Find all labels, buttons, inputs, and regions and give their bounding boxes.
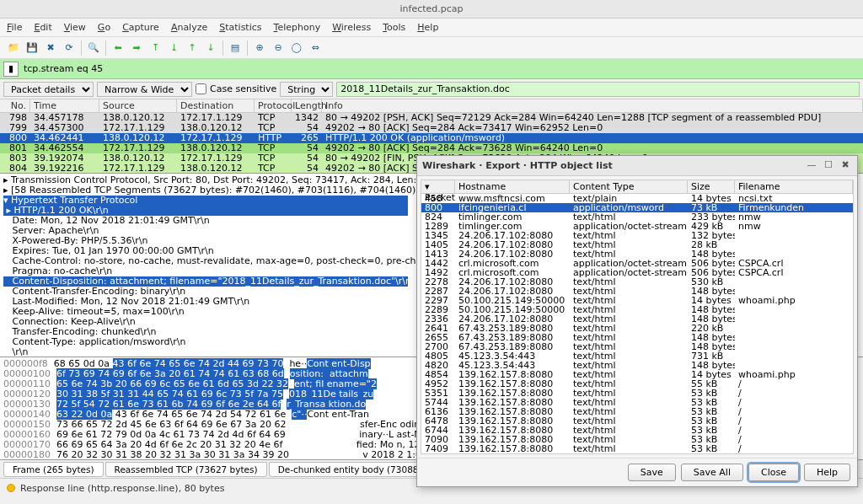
find-type-select[interactable]: String — [280, 82, 333, 97]
http-object-row[interactable]: 7409139.162.157.8:8080text/html53 kB/ — [421, 444, 853, 453]
object-column-header[interactable]: ▾ Packet — [421, 180, 455, 193]
find-input[interactable] — [336, 82, 860, 97]
close-button[interactable]: Close — [748, 464, 799, 481]
display-filter-bar: ▮ — [0, 59, 863, 79]
case-sensitive-checkbox[interactable] — [196, 83, 206, 94]
help-button[interactable]: Help — [804, 464, 850, 481]
http-object-row[interactable]: 824timlinger.comtext/html233 bytesnmw — [421, 212, 853, 222]
http-object-row[interactable]: 270067.43.253.189:8080text/html148 bytes — [421, 342, 853, 351]
http-object-row[interactable]: 7090139.162.157.8:8080text/html53 kB/ — [421, 435, 853, 444]
menu-wireless[interactable]: Wireless — [332, 22, 371, 33]
maximize-icon[interactable]: ☐ — [822, 159, 835, 173]
menu-capture[interactable]: Capture — [122, 22, 159, 33]
zoom-reset-icon[interactable]: ◯ — [288, 40, 305, 56]
status-text: Response line (http.response.line), 80 b… — [20, 483, 224, 494]
http-object-row[interactable]: 480545.123.3.54:443text/html731 kB — [421, 351, 853, 361]
http-object-row[interactable]: 228950.100.215.149:50000text/html148 byt… — [421, 305, 853, 314]
http-object-row[interactable]: 1492crl.microsoft.comapplication/octet-s… — [421, 268, 853, 277]
object-column-header[interactable]: Content Type — [570, 180, 688, 193]
http-object-row[interactable]: 141324.206.17.102:8080text/html148 bytes — [421, 249, 853, 259]
http-object-row[interactable]: 140524.206.17.102:8080text/html28 kB — [421, 240, 853, 249]
menu-analyze[interactable]: Analyze — [171, 22, 207, 33]
packet-row[interactable]: 79934.457300172.17.1.129138.0.120.12TCP5… — [0, 123, 863, 133]
resize-cols-icon[interactable]: ⇔ — [307, 40, 324, 56]
column-header[interactable]: Protocol — [255, 99, 292, 112]
menu-tools[interactable]: Tools — [383, 22, 405, 33]
zoom-out-icon[interactable]: ⊖ — [270, 40, 287, 56]
column-header[interactable]: Length — [292, 99, 322, 112]
display-filter-input[interactable] — [22, 62, 860, 76]
close-dialog-icon[interactable]: ✖ — [839, 159, 852, 173]
menu-go[interactable]: Go — [98, 22, 110, 33]
minimize-icon[interactable]: — — [805, 159, 818, 173]
find-icon[interactable]: 🔍 — [85, 40, 102, 56]
http-object-row[interactable]: 5351139.162.157.8:8080text/html53 kB/ — [421, 389, 853, 398]
menu-help[interactable]: Help — [417, 22, 438, 33]
go-up-icon[interactable]: ↑ — [184, 40, 201, 56]
object-column-header[interactable]: Filename — [735, 180, 853, 193]
close-icon[interactable]: ✖ — [42, 40, 59, 56]
packet-row[interactable]: 80034.462441138.0.120.12172.17.1.129HTTP… — [0, 133, 863, 143]
http-object-row[interactable]: 265567.43.253.189:8080text/html148 bytes — [421, 333, 853, 342]
find-bar: Packet details Narrow & Wide Case sensit… — [0, 79, 863, 99]
menu-edit[interactable]: Edit — [34, 22, 51, 33]
packet-row[interactable]: 79834.457178138.0.120.12172.17.1.129TCP1… — [0, 113, 863, 123]
dialog-title: Wireshark · Export · HTTP object list — [422, 160, 801, 171]
http-object-row[interactable]: 229750.100.215.149:50000text/html14 byte… — [421, 296, 853, 305]
autoscroll-icon[interactable]: ▤ — [227, 40, 244, 56]
case-sensitive-label: Case sensitive — [210, 83, 276, 94]
object-column-header[interactable]: Size — [688, 180, 735, 193]
zoom-in-icon[interactable]: ⊕ — [251, 40, 268, 56]
column-header[interactable]: Destination — [177, 99, 255, 112]
http-object-row[interactable]: 7716139.162.157.8:8080text/html53 kB/ — [421, 453, 853, 454]
object-column-header[interactable]: Hostname — [455, 180, 570, 193]
expert-info-icon[interactable] — [7, 484, 15, 492]
save-button[interactable]: Save — [628, 464, 676, 481]
menu-file[interactable]: File — [7, 22, 22, 33]
go-fwd-icon[interactable]: ➡ — [128, 40, 145, 56]
column-header[interactable]: Source — [99, 99, 177, 112]
save-icon[interactable]: 💾 — [24, 40, 40, 56]
menu-view[interactable]: View — [64, 22, 86, 33]
bytes-tab[interactable]: Reassembled TCP (73627 bytes) — [105, 462, 267, 477]
export-http-objects-dialog: Wireshark · Export · HTTP object list — … — [416, 155, 858, 487]
http-object-row[interactable]: 6744139.162.157.8:8080text/html53 kB/ — [421, 426, 853, 435]
go-back-icon[interactable]: ⬅ — [110, 40, 126, 56]
http-object-row[interactable]: 4854139.162.157.8:8080text/html14 bytesw… — [421, 370, 853, 379]
http-object-row[interactable]: 228724.206.17.102:8080text/html148 bytes — [421, 287, 853, 296]
http-object-row[interactable]: 4952139.162.157.8:8080text/html55 kB/ — [421, 379, 853, 389]
menubar: FileEditViewGoCaptureAnalyzeStatisticsTe… — [0, 19, 863, 37]
http-object-row[interactable]: 227824.206.17.102:8080text/html530 kB — [421, 277, 853, 287]
open-icon[interactable]: 📁 — [5, 40, 22, 56]
http-object-row[interactable]: 6136139.162.157.8:8080text/html53 kB/ — [421, 407, 853, 416]
go-last-icon[interactable]: ⤓ — [165, 40, 182, 56]
window-title: infected.pcap — [0, 0, 863, 19]
http-object-row[interactable]: 800ifcingenieria.clapplication/msword73 … — [421, 203, 853, 212]
http-object-row[interactable]: 1442crl.microsoft.comapplication/octet-s… — [421, 259, 853, 268]
reload-icon[interactable]: ⟳ — [61, 40, 78, 56]
find-scope-select[interactable]: Packet details — [3, 82, 94, 97]
go-first-icon[interactable]: ⤒ — [147, 40, 163, 56]
menu-telephony[interactable]: Telephony — [274, 22, 321, 33]
main-toolbar: 📁 💾 ✖ ⟳ 🔍 ⬅ ➡ ⤒ ⤓ ↑ ↓ ▤ ⊕ ⊖ ◯ ⇔ — [0, 37, 863, 59]
http-object-list[interactable]: ▾ PacketHostnameContent TypeSizeFilename… — [421, 180, 854, 454]
column-header[interactable]: Time — [30, 99, 99, 112]
http-object-row[interactable]: 1289timlinger.comapplication/octet-strea… — [421, 222, 853, 231]
http-object-row[interactable]: 264167.43.253.189:8080text/html220 kB — [421, 324, 853, 333]
packet-row[interactable]: 80134.462554172.17.1.129138.0.120.12TCP5… — [0, 143, 863, 153]
column-header[interactable]: No. — [0, 99, 30, 112]
http-object-row[interactable]: 134524.206.17.102:8080text/html132 bytes — [421, 231, 853, 240]
bytes-tab[interactable]: Frame (265 bytes) — [3, 462, 104, 477]
find-width-select[interactable]: Narrow & Wide — [97, 82, 192, 97]
http-object-row[interactable]: 233624.206.17.102:8080text/html148 bytes — [421, 314, 853, 324]
filter-bookmark-icon[interactable]: ▮ — [3, 62, 19, 77]
http-object-row[interactable]: 458www.msftncsi.comtext/plain14 bytesncs… — [421, 194, 853, 203]
go-down-icon[interactable]: ↓ — [202, 40, 219, 56]
save-all-button[interactable]: Save All — [681, 464, 743, 481]
menu-statistics[interactable]: Statistics — [219, 22, 261, 33]
http-object-row[interactable]: 5744139.162.157.8:8080text/html53 kB/ — [421, 398, 853, 407]
http-object-row[interactable]: 6478139.162.157.8:8080text/html53 kB/ — [421, 416, 853, 426]
http-object-row[interactable]: 482045.123.3.54:443text/html148 bytes — [421, 361, 853, 370]
column-header[interactable]: Info — [322, 99, 863, 112]
